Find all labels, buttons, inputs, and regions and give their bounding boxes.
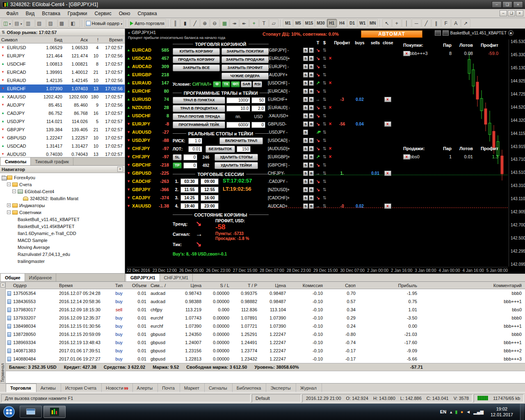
basket-button[interactable]: КУПИТЬ КОРЗИНУ [173, 48, 220, 55]
market-watch-row[interactable]: GBPJPY 139.384 139.405 21 17:02:57 [0, 126, 125, 134]
sell-pair-button[interactable]: S [303, 130, 308, 135]
auto-scroll-icon[interactable]: ↠ [230, 19, 239, 27]
trendline-icon[interactable]: ╱ [422, 19, 431, 27]
taskbar-clock[interactable]: 19:02 12.01.2017 [487, 406, 516, 418]
terminal-tab[interactable]: Почта [158, 383, 180, 392]
sell-pair-button[interactable]: S [303, 121, 308, 127]
market-watch-row[interactable]: XAUUSD 1202.420 1202.600 180 17:02:57 [0, 93, 125, 101]
order-row[interactable]: 140880484 2017.01.06 19:27:27 buy 0.01 g… [6, 355, 525, 363]
horizontal-line-icon[interactable]: ─ [412, 19, 421, 27]
arrow-tool-icon[interactable]: ↗ [461, 19, 470, 27]
periods-icon[interactable]: T [259, 19, 269, 27]
tp-input[interactable]: 0 [183, 162, 197, 169]
navigator-item[interactable]: EGlobal-Cent4 [0, 188, 125, 195]
market-watch-row[interactable]: EURAUD 1.42135 1.42145 10 17:02:56 [0, 76, 125, 84]
menu-item[interactable]: Вставка [38, 9, 64, 18]
navigator-item[interactable]: Индикаторы [0, 202, 125, 209]
timeframe-button[interactable]: D1 [347, 19, 357, 27]
close-buys-button[interactable] [403, 51, 410, 56]
sl-input[interactable]: 0 [183, 154, 197, 160]
indicators-icon[interactable]: + [249, 19, 259, 27]
timeframe-button[interactable]: H1 [327, 19, 337, 27]
navigator-item[interactable]: BasketBull_v11.451_КВАРТЕТ [0, 216, 125, 223]
new-chart-icon[interactable]: ◫ [2, 19, 12, 27]
tree-expander[interactable] [7, 183, 11, 186]
order-row[interactable]: 137933207 2016.12.09 12:35:37 buy 0.01 e… [6, 314, 525, 322]
condition-toggle[interactable]: RSI [253, 81, 262, 87]
market-watch-row[interactable]: EURJPY 121.464 121.474 10 17:02:56 [0, 52, 125, 60]
buy-pair-button[interactable]: B [309, 187, 314, 192]
tral-input-2[interactable]: USD [251, 114, 265, 120]
terminal-toggle-icon[interactable]: ▩ [58, 19, 68, 27]
timeframe-button[interactable]: M5 [293, 19, 303, 27]
column-swap[interactable]: Своп [323, 283, 356, 288]
navigator-item[interactable]: MACD Sample [0, 237, 125, 244]
tral-input-2[interactable]: 0 [251, 122, 265, 128]
chart-shift-icon[interactable]: ↞ [240, 19, 249, 27]
buy-pair-button[interactable]: B [309, 154, 314, 160]
navigator-item[interactable]: 3248262: Ibatullin Marat [0, 195, 125, 202]
channel-icon[interactable]: ∥ [431, 19, 441, 27]
buy-pair-button[interactable]: B [309, 80, 314, 86]
basket-button[interactable]: ЧУЖИЕ ОРДЕРА [221, 73, 269, 80]
column-profit[interactable]: Прибыль [356, 283, 417, 288]
order-row[interactable]: 137983017 2016.12.09 18:15:30 sell 0.01 … [6, 306, 525, 314]
buy-pair-button[interactable]: B [309, 105, 314, 110]
buy-pair-button[interactable]: B [309, 48, 314, 53]
network-tray-icon[interactable]: ▂▄▆ [473, 410, 484, 414]
timeframe-button[interactable]: M30 [315, 19, 326, 27]
column-tp[interactable]: T / P [229, 283, 257, 288]
zoom-out-icon[interactable]: ⊖ [210, 19, 219, 27]
enable-tral-button[interactable]: ВКЛЮЧИТЬ ТРАЛ [219, 137, 263, 144]
navigator-close-button[interactable]: × [117, 167, 123, 172]
menu-item[interactable]: Окно [115, 9, 134, 18]
column-type[interactable]: Тип [110, 283, 128, 288]
buy-pair-button[interactable]: B [309, 203, 314, 209]
sell-pair-button[interactable]: S [303, 195, 308, 201]
session-to-input[interactable]: 16:00 [201, 195, 219, 201]
navigator-item[interactable]: Счета [0, 181, 125, 188]
menu-item[interactable]: Файл [2, 9, 22, 18]
sell-pair-button[interactable]: S [303, 48, 308, 53]
mdi-close-button[interactable]: × [516, 10, 523, 16]
timeframe-button[interactable]: M1 [283, 19, 293, 27]
condition-toggle[interactable]: SAR [241, 81, 252, 87]
session-from-input[interactable]: 11:55 [180, 187, 199, 193]
profiles-icon[interactable]: ▤ [13, 19, 23, 27]
column-current-price[interactable]: Цена [257, 283, 286, 288]
menu-item[interactable]: Справка [134, 9, 161, 18]
terminal-tray-icon[interactable]: ▮ [455, 410, 458, 414]
update-tray-icon[interactable]: ● [461, 410, 463, 414]
terminal-tab[interactable]: История Счета [61, 383, 102, 392]
crosshair-icon[interactable]: + [392, 19, 402, 27]
session-to-input[interactable]: 23:00 [201, 203, 219, 209]
buy-pair-button[interactable]: B [309, 89, 314, 94]
market-watch-toggle-icon[interactable]: ▥ [24, 19, 35, 27]
column-order[interactable]: Ордер [6, 283, 59, 288]
tral-input-2[interactable]: 50 [251, 97, 265, 103]
terminal-tab[interactable]: Библиотека [233, 383, 267, 392]
tral-button[interactable]: ТРАЛ В ПРОЦЕНТАХ [173, 105, 225, 112]
strategy-tester-icon[interactable]: ◧ [69, 19, 80, 27]
buy-pair-button[interactable]: B [309, 64, 314, 69]
terminal-tab[interactable]: Маркет [180, 383, 205, 392]
navigator-tab[interactable]: Избранное [25, 274, 57, 281]
navigator-item[interactable]: Советники [0, 209, 125, 216]
buy-pair-button[interactable]: B [309, 113, 314, 119]
buy-pair-button[interactable]: B [309, 56, 314, 61]
column-comment[interactable]: Комментарий [417, 283, 525, 288]
market-watch-tab[interactable]: Тиковый график [31, 158, 73, 165]
navigator-item[interactable]: Forex4you [0, 174, 125, 181]
session-to-input[interactable]: 12:55 [201, 187, 219, 193]
fibonacci-icon[interactable]: F [441, 19, 451, 27]
sell-pair-button[interactable]: S [303, 154, 308, 160]
chart-area[interactable]: GBPJPY,H1 Процент прибыли относительно б… [125, 29, 525, 274]
navigator-tab[interactable]: Общие [1, 274, 25, 281]
buy-pair-button[interactable]: B [309, 146, 314, 151]
basket-button[interactable]: ЗАКРЫТЬ ПРОДАЖИ [221, 56, 269, 63]
start-button[interactable] [0, 404, 18, 420]
market-watch-tab[interactable]: Символы [1, 158, 31, 165]
basket-button[interactable]: ПРОДАТЬ КОРЗИНУ [173, 56, 220, 63]
column-time[interactable]: Время [59, 283, 110, 288]
chart-tab[interactable]: CHFJPY,M1 [160, 274, 193, 281]
